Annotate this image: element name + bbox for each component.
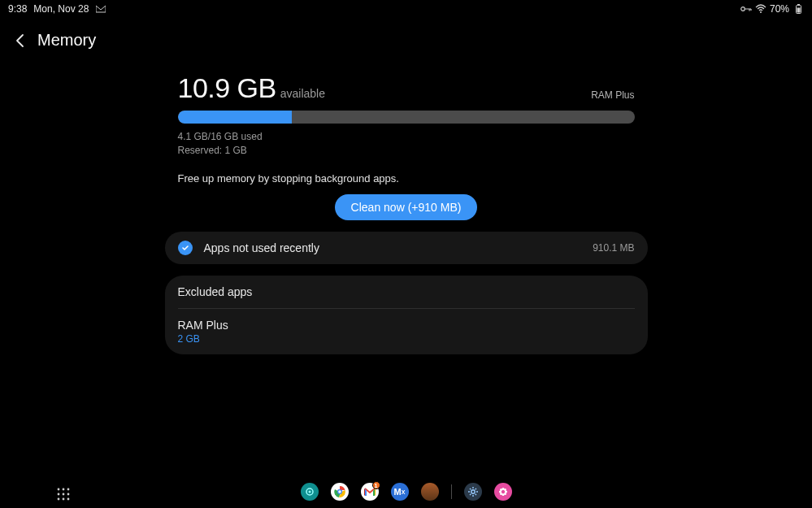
excluded-apps-label: Excluded apps	[178, 285, 635, 298]
svg-point-20	[338, 490, 341, 493]
memory-progress-bar	[178, 111, 635, 124]
memory-reserved-text: Reserved: 1 GB	[178, 144, 635, 158]
memory-progress-fill	[178, 111, 293, 124]
taskbar-app-flower[interactable]	[494, 483, 512, 501]
taskbar-separator	[451, 484, 452, 499]
vpn-key-icon	[740, 3, 752, 15]
svg-point-29	[504, 493, 506, 495]
svg-point-30	[502, 491, 504, 493]
taskbar: 1 MX	[0, 480, 812, 503]
svg-point-26	[500, 488, 502, 491]
ram-plus-label: RAM Plus	[178, 319, 635, 332]
apps-not-used-card: Apps not used recently 910.1 MB	[165, 232, 648, 264]
available-memory-label: available	[280, 87, 325, 100]
svg-point-0	[741, 7, 745, 11]
apps-not-used-size: 910.1 MB	[593, 242, 634, 254]
taskbar-app-gmail[interactable]: 1	[361, 483, 379, 501]
apps-not-used-label: Apps not used recently	[204, 241, 582, 254]
ram-plus-row[interactable]: RAM Plus 2 GB	[165, 309, 648, 354]
memory-header: 10.9 GB available RAM Plus	[178, 72, 635, 104]
taskbar-app-merx[interactable]: MX	[391, 483, 409, 501]
main-content: 10.9 GB available RAM Plus 4.1 GB/16 GB …	[178, 58, 635, 354]
notification-badge: 1	[372, 481, 380, 489]
taskbar-app-device-care[interactable]	[301, 483, 319, 501]
chevron-left-icon	[13, 33, 28, 48]
status-time: 9:38	[8, 3, 27, 15]
svg-rect-3	[797, 4, 800, 6]
taskbar-app-mars[interactable]	[421, 483, 439, 501]
ram-plus-value: 2 GB	[178, 333, 635, 345]
clean-now-button[interactable]: Clean now (+910 MB)	[335, 194, 478, 220]
check-circle-icon[interactable]	[178, 241, 193, 255]
gmail-notification-icon	[95, 3, 106, 15]
flower-icon	[498, 487, 508, 497]
status-date: Mon, Nov 28	[33, 3, 89, 15]
svg-point-1	[760, 11, 762, 13]
taskbar-app-settings[interactable]	[464, 483, 482, 501]
ram-plus-link[interactable]: RAM Plus	[591, 89, 634, 104]
svg-point-15	[308, 491, 310, 493]
svg-point-28	[500, 493, 502, 495]
gear-icon	[467, 486, 479, 497]
options-card: Excluded apps RAM Plus 2 GB	[165, 276, 648, 354]
svg-point-21	[471, 490, 474, 493]
wifi-icon	[755, 3, 766, 15]
available-memory-value: 10.9 GB	[178, 72, 276, 104]
battery-icon	[792, 3, 804, 15]
apps-not-used-row[interactable]: Apps not used recently 910.1 MB	[165, 232, 648, 264]
back-button[interactable]	[11, 32, 29, 50]
title-bar: Memory	[0, 15, 812, 58]
status-bar: 9:38 Mon, Nov 28 70%	[0, 0, 812, 15]
svg-rect-4	[797, 8, 800, 13]
memory-used-text: 4.1 GB/16 GB used	[178, 130, 635, 144]
taskbar-app-chrome[interactable]	[331, 483, 349, 501]
page-title: Memory	[37, 31, 96, 50]
svg-point-27	[504, 488, 506, 491]
excluded-apps-row[interactable]: Excluded apps	[165, 276, 648, 308]
battery-percentage: 70%	[770, 3, 789, 15]
memory-hint: Free up memory by stopping background ap…	[178, 172, 635, 185]
